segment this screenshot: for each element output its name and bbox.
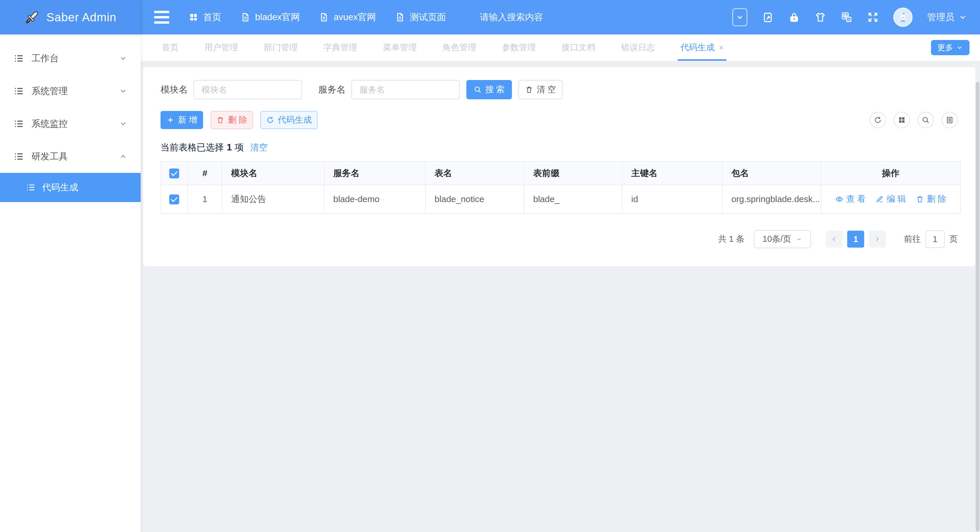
user-name: 管理员 <box>927 11 954 23</box>
selection-count: 1 <box>227 142 232 153</box>
menu-collapse-icon[interactable] <box>154 11 169 24</box>
row-checkbox[interactable] <box>169 194 179 204</box>
nav-item-test[interactable]: 测试页面 <box>395 11 446 23</box>
col-prefix: 表前缀 <box>524 161 622 185</box>
nav-item-bladex[interactable]: bladex官网 <box>240 11 300 23</box>
sidebar-item-system-manage[interactable]: 系统管理 <box>0 75 141 107</box>
table-row: 1 通知公告 blade-demo blade_notice blade_ id… <box>161 185 961 213</box>
add-button-label: 新 增 <box>178 114 197 126</box>
chevron-up-icon <box>119 153 127 161</box>
lock-screen-button[interactable] <box>788 11 800 23</box>
sword-logo-icon <box>24 10 40 25</box>
codegen-table: # 模块名 服务名 表名 表前缀 主键名 包名 操作 <box>161 161 961 214</box>
page-size-select[interactable]: 10条/页 <box>754 230 811 248</box>
sidebar-item-system-monitor[interactable]: 系统监控 <box>0 107 141 140</box>
fullscreen-icon <box>867 11 879 23</box>
sidebar-item-label: 研发工具 <box>32 150 68 162</box>
tab-label: 错误日志 <box>621 42 655 53</box>
avatar-image <box>897 11 909 23</box>
prev-page-button[interactable] <box>826 231 843 248</box>
tab-close-icon[interactable]: × <box>719 43 724 52</box>
selection-suffix: 项 <box>235 141 244 154</box>
list-icon <box>26 183 36 193</box>
debug-tool-button[interactable] <box>762 11 774 23</box>
tab-code-generation-active[interactable]: 代码生成 × <box>668 35 736 61</box>
user-avatar[interactable] <box>893 8 913 27</box>
more-label: 更多 <box>937 42 953 53</box>
trash-icon <box>525 86 533 94</box>
grid-view-button[interactable] <box>894 112 910 128</box>
vertical-scrollbar[interactable] <box>975 82 979 531</box>
select-all-checkbox[interactable] <box>169 169 179 178</box>
grid-icon <box>189 12 199 22</box>
cell-pk: id <box>622 185 722 213</box>
app-root: Saber Admin 首页 bladex官网 avuex官网 <box>0 0 980 532</box>
sidebar-item-dev-tools[interactable]: 研发工具 <box>0 140 141 173</box>
tab-error-log[interactable]: 错误日志 <box>608 35 668 61</box>
column-search-button[interactable] <box>918 112 934 128</box>
page-content: 模块名 服务名 搜 索 清 空 <box>141 61 980 532</box>
search-icon <box>922 116 930 124</box>
tabbar: 首页 用户管理 部门管理 字典管理 菜单管理 角色管理 参数管理 接口文档 错误… <box>141 35 980 61</box>
search-button[interactable]: 搜 索 <box>466 80 512 99</box>
goto-label: 前往 <box>904 233 921 245</box>
tab-api-doc[interactable]: 接口文档 <box>549 35 608 61</box>
chevron-down-icon <box>958 13 967 22</box>
tab-dict-manage[interactable]: 字典管理 <box>310 35 370 61</box>
top-menu-toggle-button[interactable] <box>732 8 748 26</box>
sidebar-item-workbench[interactable]: 工作台 <box>0 42 141 75</box>
refresh-button[interactable] <box>870 112 886 128</box>
language-button[interactable]: A <box>841 11 853 23</box>
grid-icon <box>898 116 906 124</box>
sidebar-item-code-generation[interactable]: 代码生成 <box>0 173 141 202</box>
nav-label: 首页 <box>203 11 221 23</box>
delete-link[interactable]: 删 除 <box>916 193 946 205</box>
nav-label: avuex官网 <box>334 11 376 23</box>
lock-icon <box>788 11 800 23</box>
list-document-icon <box>945 116 954 124</box>
document-icon <box>240 12 250 22</box>
page-number-active[interactable]: 1 <box>847 231 864 248</box>
tab-dept-manage[interactable]: 部门管理 <box>251 35 310 61</box>
sidebar-item-label: 系统管理 <box>32 85 68 97</box>
user-menu[interactable]: 管理员 <box>927 11 967 23</box>
add-button[interactable]: 新 增 <box>161 111 203 129</box>
goto-page-input[interactable] <box>926 230 945 248</box>
sidebar-item-label: 代码生成 <box>42 181 78 194</box>
tshirt-icon <box>815 11 826 23</box>
action-row: 新 增 删 除 代码生成 <box>161 111 958 129</box>
svg-text:A: A <box>848 18 850 22</box>
search-button-label: 搜 索 <box>485 84 504 96</box>
col-module: 模块名 <box>222 161 324 185</box>
filter-row: 模块名 服务名 搜 索 清 空 <box>161 80 958 99</box>
col-package: 包名 <box>722 161 821 185</box>
edit-link[interactable]: 编 辑 <box>875 193 906 205</box>
code-generate-button[interactable]: 代码生成 <box>260 111 318 129</box>
view-link[interactable]: 查 看 <box>835 193 865 205</box>
nav-item-avuex[interactable]: avuex官网 <box>319 11 376 23</box>
nav-item-home[interactable]: 首页 <box>189 11 221 23</box>
next-page-button[interactable] <box>869 231 886 248</box>
tab-home[interactable]: 首页 <box>149 35 191 61</box>
fullscreen-button[interactable] <box>867 11 879 23</box>
global-search-input[interactable]: 请输入搜索内容 <box>480 11 620 23</box>
theme-button[interactable] <box>815 11 826 23</box>
clear-button[interactable]: 清 空 <box>518 80 563 99</box>
selection-info: 当前表格已选择 1 项 清空 <box>161 141 958 154</box>
column-setting-button[interactable] <box>942 112 958 128</box>
tabs-more-button[interactable]: 更多 <box>931 40 969 55</box>
chevron-down-icon <box>119 87 127 95</box>
tab-user-manage[interactable]: 用户管理 <box>191 35 251 61</box>
refresh-icon <box>874 116 882 124</box>
refresh-icon <box>266 116 274 124</box>
tab-param-manage[interactable]: 参数管理 <box>489 35 549 61</box>
trash-icon <box>916 195 924 203</box>
selection-clear-link[interactable]: 清空 <box>250 142 267 154</box>
delete-button[interactable]: 删 除 <box>211 111 253 129</box>
pagination: 共 1 条 10条/页 1 前往 <box>161 230 958 248</box>
tab-role-manage[interactable]: 角色管理 <box>430 35 489 61</box>
view-link-label: 查 看 <box>846 193 865 205</box>
module-name-input[interactable] <box>194 80 302 99</box>
service-name-input[interactable] <box>352 80 460 99</box>
tab-menu-manage[interactable]: 菜单管理 <box>370 35 430 61</box>
